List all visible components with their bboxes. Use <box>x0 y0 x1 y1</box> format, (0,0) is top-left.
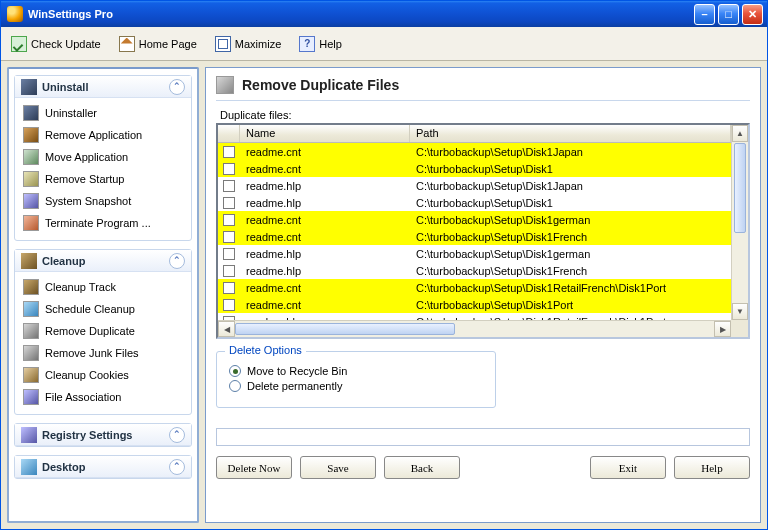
panel-registry-settings-header[interactable]: Registry Settings ⌃ <box>15 424 191 446</box>
sidebar-item-label: Schedule Cleanup <box>45 303 135 315</box>
sidebar-item-label: Uninstaller <box>45 107 97 119</box>
row-name: readme.cnt <box>240 146 410 158</box>
sidebar-item-remove-startup[interactable]: Remove Startup <box>17 168 189 190</box>
radio-delete-permanently[interactable]: Delete permanently <box>229 380 483 392</box>
duplicate-files-list: Name Path readme.cntC:\turbobackup\Setup… <box>216 123 750 339</box>
sidebar-item-remove-duplicate[interactable]: Remove Duplicate <box>17 320 189 342</box>
sidebar-item-cleanup-track[interactable]: Cleanup Track <box>17 276 189 298</box>
move-application-icon <box>23 149 39 165</box>
progress-bar <box>216 428 750 446</box>
collapse-icon[interactable]: ⌃ <box>169 253 185 269</box>
help-tool[interactable]: ? Help <box>295 34 346 54</box>
table-row[interactable]: readme.cntC:\turbobackup\Setup\Disk1 <box>218 160 731 177</box>
panel-uninstall-header[interactable]: Uninstall ⌃ <box>15 76 191 98</box>
collapse-icon[interactable]: ⌃ <box>169 459 185 475</box>
column-check[interactable] <box>218 125 240 142</box>
vertical-scrollbar[interactable]: ▲ ▼ <box>731 125 748 320</box>
sidebar[interactable]: Uninstall ⌃ Uninstaller Remove Applicati… <box>7 67 199 523</box>
delete-now-button[interactable]: Delete Now <box>216 456 292 479</box>
minimize-button[interactable]: – <box>694 4 715 25</box>
page-title: Remove Duplicate Files <box>242 77 399 93</box>
row-path: C:\turbobackup\Setup\Disk1French <box>410 265 731 277</box>
collapse-icon[interactable]: ⌃ <box>169 79 185 95</box>
main-title-row: Remove Duplicate Files <box>216 74 750 101</box>
back-button[interactable]: Back <box>384 456 460 479</box>
row-name: readme.cnt <box>240 299 410 311</box>
table-row[interactable]: readme.cntC:\turbobackup\Setup\Disk1Reta… <box>218 279 731 296</box>
row-checkbox[interactable] <box>218 248 240 260</box>
sidebar-item-terminate-program[interactable]: Terminate Program ... <box>17 212 189 234</box>
column-name[interactable]: Name <box>240 125 410 142</box>
row-checkbox[interactable] <box>218 299 240 311</box>
scroll-right-icon[interactable]: ▶ <box>714 321 731 337</box>
row-name: readme.cnt <box>240 282 410 294</box>
collapse-icon[interactable]: ⌃ <box>169 427 185 443</box>
radio-label: Delete permanently <box>247 380 342 392</box>
row-checkbox[interactable] <box>218 163 240 175</box>
sidebar-item-remove-application[interactable]: Remove Application <box>17 124 189 146</box>
row-checkbox[interactable] <box>218 282 240 294</box>
row-checkbox[interactable] <box>218 214 240 226</box>
close-button[interactable]: ✕ <box>742 4 763 25</box>
row-checkbox[interactable] <box>218 146 240 158</box>
table-row[interactable]: readme.hlpC:\turbobackup\Setup\Disk1Fren… <box>218 262 731 279</box>
app-icon <box>7 6 23 22</box>
sidebar-item-label: Move Application <box>45 151 128 163</box>
table-row[interactable]: readme.cntC:\turbobackup\Setup\Disk1Japa… <box>218 143 731 160</box>
scroll-left-icon[interactable]: ◀ <box>218 321 235 337</box>
terminate-program-icon <box>23 215 39 231</box>
button-row: Delete Now Save Back Exit Help <box>216 456 750 479</box>
panel-cleanup-header[interactable]: Cleanup ⌃ <box>15 250 191 272</box>
row-path: C:\turbobackup\Setup\Disk1german <box>410 214 731 226</box>
sidebar-item-move-application[interactable]: Move Application <box>17 146 189 168</box>
maximize-window-button[interactable]: □ <box>718 4 739 25</box>
scroll-down-icon[interactable]: ▼ <box>732 303 748 320</box>
table-row[interactable]: readme.hlpC:\turbobackup\Setup\Disk1Japa… <box>218 177 731 194</box>
hscroll-thumb[interactable] <box>235 323 455 335</box>
maximize-tool[interactable]: Maximize <box>211 34 285 54</box>
sidebar-item-schedule-cleanup[interactable]: Schedule Cleanup <box>17 298 189 320</box>
panel-desktop-header[interactable]: Desktop ⌃ <box>15 456 191 478</box>
sidebar-item-uninstaller[interactable]: Uninstaller <box>17 102 189 124</box>
row-path: C:\turbobackup\Setup\Disk1RetailFrench\D… <box>410 282 731 294</box>
row-checkbox[interactable] <box>218 231 240 243</box>
table-row[interactable]: readme.hlpC:\turbobackup\Setup\Disk1Reta… <box>218 313 731 320</box>
sidebar-item-file-association[interactable]: File Association <box>17 386 189 408</box>
remove-duplicate-page-icon <box>216 76 234 94</box>
radio-move-recycle-bin[interactable]: Move to Recycle Bin <box>229 365 483 377</box>
sidebar-item-label: Remove Application <box>45 129 142 141</box>
scroll-corner <box>731 320 748 337</box>
row-checkbox[interactable] <box>218 180 240 192</box>
check-update-tool[interactable]: Check Update <box>7 34 105 54</box>
sidebar-item-remove-junk-files[interactable]: Remove Junk Files <box>17 342 189 364</box>
sidebar-item-label: Remove Startup <box>45 173 124 185</box>
scroll-up-icon[interactable]: ▲ <box>732 125 748 142</box>
panel-uninstall: Uninstall ⌃ Uninstaller Remove Applicati… <box>14 75 192 241</box>
radio-icon <box>229 365 241 377</box>
scroll-thumb[interactable] <box>734 143 746 233</box>
table-row[interactable]: readme.cntC:\turbobackup\Setup\Disk1germ… <box>218 211 731 228</box>
table-row[interactable]: readme.cntC:\turbobackup\Setup\Disk1Fren… <box>218 228 731 245</box>
save-button[interactable]: Save <box>300 456 376 479</box>
sidebar-item-system-snapshot[interactable]: System Snapshot <box>17 190 189 212</box>
exit-button[interactable]: Exit <box>590 456 666 479</box>
panel-cleanup-body: Cleanup Track Schedule Cleanup Remove Du… <box>15 272 191 414</box>
titlebar[interactable]: WinSettings Pro – □ ✕ <box>1 1 767 27</box>
help-button[interactable]: Help <box>674 456 750 479</box>
check-update-label: Check Update <box>31 38 101 50</box>
app-window: WinSettings Pro – □ ✕ Check Update Home … <box>0 0 768 530</box>
sidebar-item-label: Cleanup Cookies <box>45 369 129 381</box>
table-row[interactable]: readme.hlpC:\turbobackup\Setup\Disk1germ… <box>218 245 731 262</box>
sidebar-item-label: File Association <box>45 391 121 403</box>
row-path: C:\turbobackup\Setup\Disk1Port <box>410 299 731 311</box>
radio-label: Move to Recycle Bin <box>247 365 347 377</box>
row-checkbox[interactable] <box>218 265 240 277</box>
column-path[interactable]: Path <box>410 125 731 142</box>
horizontal-scrollbar[interactable]: ◀ ▶ <box>218 320 731 337</box>
sidebar-item-cleanup-cookies[interactable]: Cleanup Cookies <box>17 364 189 386</box>
table-row[interactable]: readme.cntC:\turbobackup\Setup\Disk1Port <box>218 296 731 313</box>
table-row[interactable]: readme.hlpC:\turbobackup\Setup\Disk1 <box>218 194 731 211</box>
row-checkbox[interactable] <box>218 197 240 209</box>
remove-application-icon <box>23 127 39 143</box>
home-page-tool[interactable]: Home Page <box>115 34 201 54</box>
